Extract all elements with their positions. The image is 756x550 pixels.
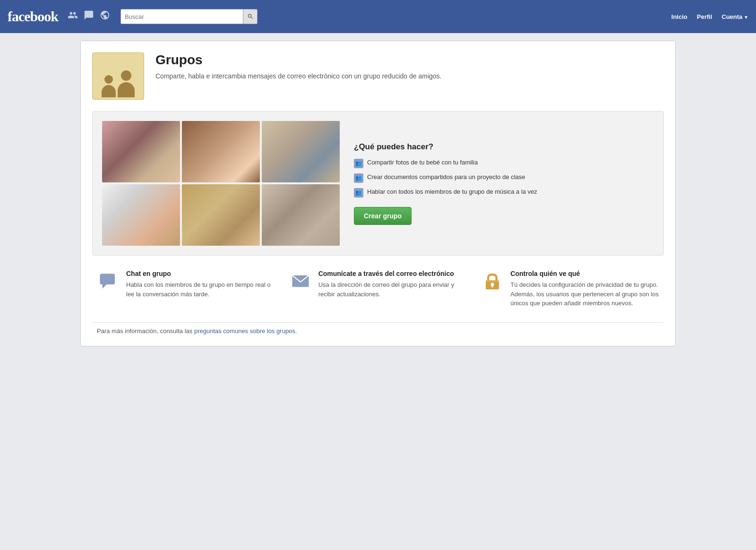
crear-grupo-button[interactable]: Crear grupo (354, 207, 412, 225)
feature-email-title: Comunícate a través del correo electróni… (318, 270, 467, 277)
feature-privacy-desc: Tú decides la configuración de privacida… (510, 280, 659, 308)
photo-1 (102, 121, 180, 182)
footer-text: Para más información, consulta las (97, 327, 192, 335)
svg-rect-5 (492, 285, 494, 287)
facebook-logo: facebook (8, 9, 58, 25)
feature-icon-2 (354, 173, 363, 183)
feature-item-2: Crear documentos compartidos para un pro… (354, 173, 654, 183)
search-bar (120, 9, 258, 24)
feature-text-3: Hablar con todos los miembros de tu grup… (367, 188, 537, 196)
what-section: ¿Qué puedes hacer? Compartir fotos de tu… (354, 142, 654, 225)
lock-icon (481, 270, 504, 292)
feature-email-desc: Usa la dirección de correo del grupo par… (318, 280, 467, 299)
photo-grid (102, 121, 340, 246)
grupos-subtitle: Comparte, habla e intercambia mensajes d… (155, 71, 441, 81)
header-nav: Inicio Perfil Cuenta (671, 13, 748, 20)
svg-rect-0 (100, 274, 115, 284)
feature-privacy-text: Controla quién ve qué Tú decides la conf… (510, 270, 659, 308)
svg-rect-6 (486, 280, 499, 282)
feature-chat: Chat en grupo Habla con los miembros de … (97, 270, 275, 308)
grupos-text: Grupos Comparte, habla e intercambia men… (155, 52, 441, 81)
features-section: ¿Qué puedes hacer? Compartir fotos de tu… (92, 111, 664, 256)
chat-icon (97, 270, 120, 292)
feature-chat-title: Chat en grupo (126, 270, 275, 277)
header: facebook Inicio Perfil Cuenta (0, 0, 756, 33)
search-button[interactable] (243, 9, 258, 24)
grupos-icon (92, 52, 144, 100)
bottom-features: Chat en grupo Habla con los miembros de … (92, 270, 664, 308)
photo-5 (182, 184, 260, 246)
nav-inicio[interactable]: Inicio (671, 13, 687, 20)
feature-text-2: Crear documentos compartidos para un pro… (367, 173, 525, 181)
photo-3 (262, 121, 340, 182)
globe-icon[interactable] (100, 10, 110, 23)
feature-privacy-title: Controla quién ve qué (510, 270, 659, 277)
feature-icon-3 (354, 188, 363, 198)
grupos-title: Grupos (155, 52, 441, 68)
email-icon (289, 270, 312, 292)
photo-2 (182, 121, 260, 182)
feature-email: Comunícate a través del correo electróni… (289, 270, 467, 308)
messages-icon[interactable] (84, 10, 94, 23)
feature-list: Compartir fotos de tu bebé con tu famili… (354, 158, 654, 198)
nav-cuenta[interactable]: Cuenta (722, 13, 748, 20)
feature-item-1: Compartir fotos de tu bebé con tu famili… (354, 158, 654, 168)
feature-chat-text: Chat en grupo Habla con los miembros de … (126, 270, 275, 299)
svg-marker-1 (103, 284, 107, 289)
feature-text-1: Compartir fotos de tu bebé con tu famili… (367, 158, 478, 167)
grupos-header: Grupos Comparte, habla e intercambia men… (92, 52, 664, 100)
photo-6 (262, 184, 340, 246)
footer-info: Para más información, consulta las pregu… (92, 322, 664, 335)
feature-email-text: Comunícate a través del correo electróni… (318, 270, 467, 299)
friends-icon[interactable] (68, 10, 78, 23)
what-heading: ¿Qué puedes hacer? (354, 142, 654, 152)
feature-item-3: Hablar con todos los miembros de tu grup… (354, 188, 654, 198)
main-content: Grupos Comparte, habla e intercambia men… (80, 41, 676, 346)
feature-chat-desc: Habla con los miembros de tu grupo en ti… (126, 280, 275, 299)
nav-perfil[interactable]: Perfil (697, 13, 713, 20)
search-input[interactable] (120, 9, 243, 24)
footer-link[interactable]: preguntas comunes sobre los grupos (194, 327, 295, 335)
footer-text-end: . (295, 327, 297, 335)
feature-icon-1 (354, 159, 363, 168)
photo-4 (102, 184, 180, 246)
feature-privacy: Controla quién ve qué Tú decides la conf… (481, 270, 659, 308)
